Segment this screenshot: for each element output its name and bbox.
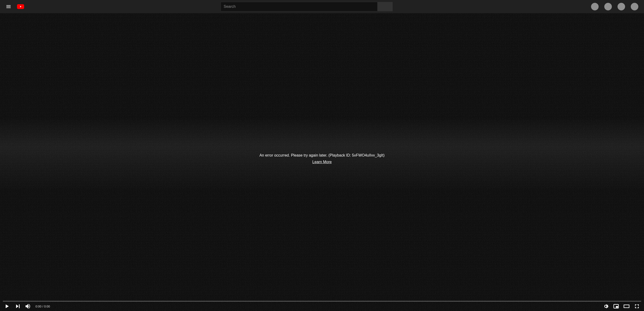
next-icon (13, 302, 22, 311)
player-wrapper: An error occurred. Please try again late… (0, 13, 644, 311)
svg-rect-1 (616, 306, 618, 308)
play-icon (19, 5, 22, 8)
header (0, 0, 644, 13)
gear-icon (602, 302, 610, 311)
logo[interactable] (17, 4, 24, 9)
volume-button[interactable] (24, 302, 32, 311)
controls-container: 0:00 / 0:00 (0, 301, 644, 311)
player-controls: 0:00 / 0:00 (3, 302, 641, 311)
settings-button[interactable] (602, 302, 610, 311)
next-button[interactable] (13, 302, 22, 311)
fullscreen-button[interactable] (633, 302, 641, 311)
theater-icon (622, 302, 631, 311)
header-center (220, 2, 393, 11)
miniplayer-button[interactable] (612, 302, 620, 311)
svg-rect-2 (624, 305, 629, 308)
header-action-4[interactable] (631, 3, 638, 10)
hamburger-icon (6, 4, 11, 9)
controls-right (602, 302, 641, 311)
learn-more-link[interactable]: Learn More (312, 160, 332, 164)
fullscreen-icon (633, 302, 641, 311)
header-action-1[interactable] (591, 3, 598, 10)
header-action-3[interactable] (618, 3, 625, 10)
video-player[interactable]: An error occurred. Please try again late… (0, 13, 644, 311)
time-display: 0:00 / 0:00 (36, 305, 50, 308)
search-input[interactable] (224, 4, 374, 9)
error-message: An error occurred. Please try again late… (259, 153, 384, 158)
header-action-2[interactable] (604, 3, 612, 10)
error-overlay: An error occurred. Please try again late… (259, 153, 384, 164)
search-box[interactable] (220, 2, 377, 11)
header-right (589, 3, 640, 10)
controls-left: 0:00 / 0:00 (3, 302, 50, 311)
play-icon (3, 302, 11, 311)
theater-button[interactable] (622, 302, 631, 311)
miniplayer-icon (612, 302, 620, 311)
header-left (4, 2, 24, 11)
volume-icon (24, 302, 32, 311)
search-button[interactable] (377, 2, 393, 11)
menu-button[interactable] (4, 2, 13, 11)
logo-mark (17, 4, 24, 9)
play-button[interactable] (3, 302, 11, 311)
